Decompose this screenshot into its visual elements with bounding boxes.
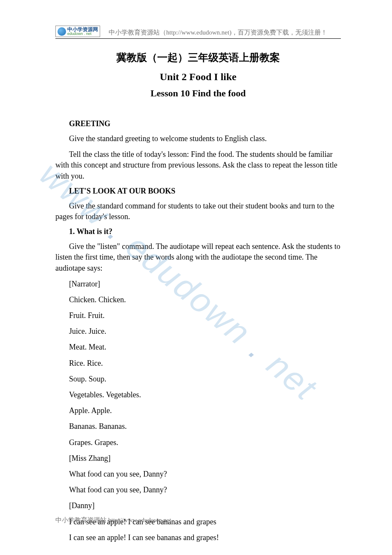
title-cn: 冀教版（一起）三年级英语上册教案	[55, 51, 341, 64]
script-line: I can see an apple! I can see bananas an…	[55, 532, 341, 543]
script-line: [Narrator]	[55, 279, 341, 289]
greeting-para-1: Give the standard greeting to welcome st…	[55, 133, 341, 144]
script-line: Apple. Apple.	[55, 405, 341, 416]
script-line: Rice. Rice.	[55, 358, 341, 369]
question-1-para: Give the "listen" command. The audiotape…	[55, 241, 341, 274]
script-line: Grapes. Grapes.	[55, 437, 341, 448]
script-line: [Miss Zhang]	[55, 453, 341, 464]
greeting-heading: GREETING	[55, 119, 341, 128]
script-line: Fruit. Fruit.	[55, 310, 341, 321]
title-unit: Unit 2 Food I like	[55, 71, 341, 83]
script-line: What food can you see, Danny?	[55, 485, 341, 495]
page-content: 中小学资源网 edudown . net 中小学教育资源站（http://www…	[0, 0, 392, 555]
script-line: Meat. Meat.	[55, 342, 341, 353]
books-heading: LET'S LOOK AT OUR BOOKS	[55, 187, 341, 196]
site-logo: 中小学资源网 edudown . net	[55, 26, 100, 37]
script-line: Soup. Soup.	[55, 374, 341, 384]
script-line: [Danny]	[55, 500, 341, 511]
header-caption: 中小学教育资源站（http://www.edudown.net)，百万资源免费下…	[109, 29, 327, 38]
script-line: Bananas. Bananas.	[55, 421, 341, 432]
script-line: What food can you see, Danny?	[55, 469, 341, 480]
page-header: 中小学资源网 edudown . net 中小学教育资源站（http://www…	[55, 26, 341, 39]
page-footer: 中小学教育资源站 http://www.edudown.net	[55, 516, 171, 524]
title-lesson: Lesson 10 Find the food	[55, 88, 341, 99]
script-line: Juice. Juice.	[55, 326, 341, 337]
script-line: Chicken. Chicken.	[55, 295, 341, 305]
logo-en-text: edudown . net	[67, 32, 98, 36]
logo-text-block: 中小学资源网 edudown . net	[67, 27, 98, 36]
script-line: Vegetables. Vegetables.	[55, 390, 341, 400]
greeting-para-2: Tell the class the title of today's less…	[55, 149, 341, 182]
books-para-1: Give the standard command for students t…	[55, 201, 341, 222]
question-1-heading: 1. What is it?	[55, 227, 341, 236]
globe-icon	[58, 27, 66, 36]
